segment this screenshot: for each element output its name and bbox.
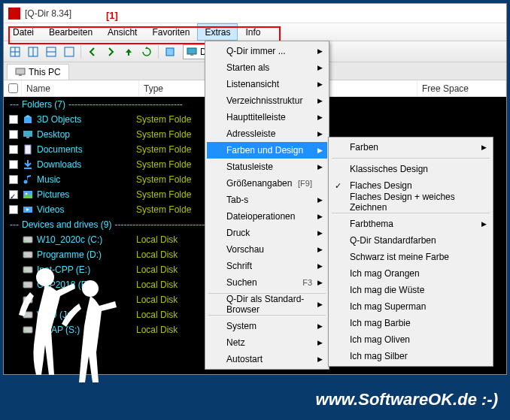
toolbar-sep [158,45,159,59]
item-name: SWAP (S:) [37,325,136,335]
menu-ansicht[interactable]: Ansicht [100,23,144,41]
layout-btn-4[interactable] [61,44,77,60]
view-btn[interactable] [162,44,178,60]
row-checkbox[interactable] [9,175,18,184]
disk-icon [22,279,34,291]
col-check[interactable] [4,80,22,96]
menu-item[interactable]: Netz▶ [207,334,327,351]
menu-separator [332,158,490,159]
menu-item[interactable]: Dateioperationen▶ [207,208,327,225]
menu-label: Statusleiste [226,162,273,172]
menu-item[interactable]: Größenangaben[F9] [207,175,327,192]
menu-item[interactable]: Verzeichnisstruktur▶ [207,92,327,109]
row-checkbox[interactable] [9,160,18,169]
menu-item[interactable]: Starten als▶ [207,59,327,76]
item-type: System Folde [136,114,191,125]
submenu-item[interactable]: Ich mag Orangen [330,265,491,282]
menu-label: Adressleiste [226,128,275,139]
submenu-label: Farbthema [350,219,393,229]
disk-icon [22,234,34,246]
menu-item[interactable]: Autostart▶ [207,351,327,367]
menu-label: Suchen [226,277,257,288]
row-checkbox[interactable] [9,115,18,124]
submenu-arrow-icon: ▶ [317,355,323,363]
menu-item[interactable]: Tab-s▶ [207,192,327,208]
menu-favoriten[interactable]: Favoriten [144,23,197,41]
submenu-item[interactable]: Ich mag Oliven [330,331,491,348]
menu-item[interactable]: Vorschau▶ [207,241,327,258]
svg-rect-34 [23,327,32,333]
menu-item[interactable]: Listenansicht▶ [207,76,327,92]
menu-item[interactable]: Schrift▶ [207,258,327,274]
submenu-arrow-icon: ▶ [317,229,323,237]
item-name: Documents [37,144,136,155]
menu-info[interactable]: Info [238,23,268,41]
submenu-arrow-icon: ▶ [481,144,487,151]
tab-label: This PC [29,67,61,77]
submenu-item[interactable]: Schwarz ist meine Farbe [330,249,491,265]
submenu-item[interactable]: Q-Dir Standardfarben [330,232,491,249]
menu-item[interactable]: SuchenF3▶ [207,274,327,291]
item-name: Programme (D:) [37,249,136,260]
layout-btn-3[interactable] [43,44,59,60]
menu-bearbeiten[interactable]: Bearbeiten [41,23,100,41]
annotation-marker: [1] [106,10,118,21]
nav-back-btn[interactable] [84,44,101,60]
svg-rect-27 [24,270,26,271]
submenu-item[interactable]: Farbthema▶ [330,216,491,232]
layout-btn-2[interactable] [25,44,41,60]
menu-item[interactable]: Adressleiste▶ [207,125,327,142]
desktop-icon [187,47,197,57]
menu-item[interactable]: Farben und Design▶ [207,142,327,159]
nav-up-btn[interactable] [120,44,137,60]
menu-item[interactable]: Q-Dir immer ...▶ [207,43,327,59]
nav-fwd-btn[interactable] [102,44,119,60]
svg-rect-24 [23,252,32,258]
layout-btn-1[interactable] [7,44,23,60]
toolbar-sep [80,45,81,59]
menu-datei[interactable]: Datei [5,23,41,41]
menu-item[interactable]: System▶ [207,318,327,334]
row-checkbox[interactable] [9,205,18,214]
disk-icon [22,294,34,306]
item-name: Inet-CPP (E:) [37,264,136,275]
submenu-item[interactable]: Ich mag Superman [330,298,491,315]
menu-item[interactable]: Druck▶ [207,225,327,241]
col-type[interactable]: Type [139,80,207,96]
row-checkbox[interactable] [9,145,18,154]
row-checkbox[interactable] [9,130,18,139]
item-type: System Folde [136,204,191,215]
svg-rect-28 [23,282,32,288]
menu-label: Dateioperationen [226,211,295,222]
row-checkbox[interactable] [9,190,18,199]
picture-icon [22,189,34,201]
submenu-item[interactable]: Flaches Design + weiches Zeichnen [330,194,491,210]
submenu-item[interactable]: Klassisches Design [330,161,491,177]
svg-rect-9 [187,48,196,54]
menu-label: Schrift [226,261,252,271]
menubar: Datei Bearbeiten Ansicht Favoriten Extra… [4,23,506,41]
item-name: Videos [37,204,136,215]
svg-rect-10 [190,54,193,56]
refresh-btn[interactable] [138,44,155,60]
item-type: Local Disk [136,325,178,335]
submenu-arrow-icon: ▶ [317,262,323,270]
submenu-item[interactable]: Ich mag Silber [330,348,491,364]
col-name[interactable]: Name [22,80,139,96]
item-type: Local Disk [136,310,178,320]
disk-icon [22,249,34,261]
col-free[interactable]: Free Space [417,80,506,96]
menu-extras[interactable]: Extras [197,23,238,41]
svg-rect-8 [166,48,174,56]
submenu-item[interactable]: Ich mag Barbie [330,315,491,331]
menu-label: Tab-s [226,195,248,205]
submenu-item[interactable]: Ich mag die Wüste [330,282,491,298]
menu-item[interactable]: Q-Dir als Standard-Browser▶ [207,296,327,313]
menu-item[interactable]: Statusleiste▶ [207,159,327,175]
header-checkbox[interactable] [8,83,18,93]
tab-thispc[interactable]: This PC [7,64,69,80]
menu-item[interactable]: Haupttitelleiste▶ [207,109,327,125]
submenu-arrow-icon: ▶ [481,220,487,228]
submenu-item[interactable]: Farben▶ [330,139,491,156]
item-name: Music [37,174,136,185]
